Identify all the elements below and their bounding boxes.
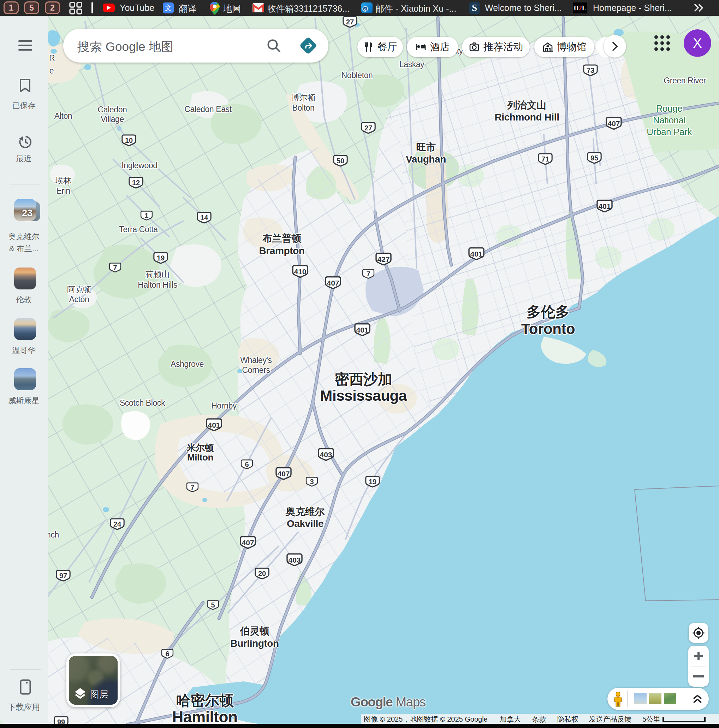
svg-text:Acton: Acton [69, 295, 89, 304]
svg-text:R: R [49, 54, 55, 63]
svg-text:19: 19 [369, 478, 377, 486]
svg-text:407: 407 [608, 119, 620, 128]
svg-text:6: 6 [165, 650, 169, 658]
svg-text:Terra Cotta: Terra Cotta [119, 225, 158, 234]
svg-text:Ashgrove: Ashgrove [171, 359, 204, 369]
svg-text:Halton Hills: Halton Hills [138, 280, 177, 289]
svg-text:密西沙加: 密西沙加 [335, 371, 392, 387]
svg-text:多伦多: 多伦多 [527, 304, 569, 320]
svg-text:407: 407 [277, 470, 290, 478]
svg-text:National: National [653, 115, 685, 125]
svg-text:24: 24 [113, 520, 122, 528]
svg-text:布兰普顿: 布兰普顿 [262, 233, 302, 244]
svg-text:50: 50 [337, 157, 344, 165]
svg-text:5: 5 [211, 601, 215, 609]
svg-text:97: 97 [60, 572, 67, 580]
svg-text:Laskay: Laskay [399, 60, 424, 69]
svg-text:401: 401 [470, 250, 482, 258]
svg-text:Hornby: Hornby [211, 401, 237, 410]
svg-text:阿克顿: 阿克顿 [67, 285, 91, 294]
svg-text:Green River: Green River [664, 76, 706, 85]
svg-text:10: 10 [125, 136, 133, 144]
svg-text:e: e [49, 66, 54, 75]
svg-text:Brampton: Brampton [259, 245, 304, 256]
svg-text:Inglewood: Inglewood [122, 161, 157, 170]
svg-text:7: 7 [190, 483, 194, 491]
svg-text:407: 407 [241, 538, 254, 547]
svg-text:Bolton: Bolton [292, 103, 314, 112]
svg-text:410: 410 [294, 268, 306, 276]
svg-text:427: 427 [377, 255, 389, 263]
svg-text:14: 14 [200, 214, 208, 222]
svg-text:列治文山: 列治文山 [507, 99, 547, 111]
svg-text:Alton: Alton [54, 111, 72, 121]
svg-text:7: 7 [366, 270, 370, 278]
svg-text:407: 407 [327, 279, 339, 287]
svg-text:哈密尔顿: 哈密尔顿 [176, 692, 234, 708]
svg-text:博尔顿: 博尔顿 [292, 93, 315, 102]
svg-text:20: 20 [258, 570, 266, 577]
svg-text:95: 95 [591, 154, 598, 162]
svg-text:Erin: Erin [56, 186, 70, 196]
svg-text:27: 27 [365, 124, 372, 132]
svg-text:401: 401 [208, 421, 220, 429]
svg-text:Hamilton: Hamilton [172, 708, 237, 725]
svg-text:Burlington: Burlington [230, 638, 279, 649]
svg-text:27: 27 [346, 18, 354, 26]
svg-text:Corners: Corners [242, 366, 270, 375]
svg-text:1: 1 [144, 212, 148, 219]
svg-text:Whaley's: Whaley's [240, 355, 272, 365]
svg-text:Mississauga: Mississauga [320, 387, 407, 404]
svg-text:Oakville: Oakville [287, 518, 324, 529]
svg-text:Toronto: Toronto [521, 321, 575, 337]
svg-text:荷顿山: 荷顿山 [145, 270, 169, 279]
svg-text:埃林: 埃林 [55, 176, 71, 185]
svg-text:401: 401 [598, 202, 611, 210]
svg-text:Richmond Hill: Richmond Hill [495, 112, 559, 122]
svg-text:6: 6 [245, 460, 249, 468]
svg-text:7: 7 [113, 264, 117, 271]
svg-text:19: 19 [157, 254, 165, 262]
svg-text:71: 71 [541, 155, 549, 163]
svg-text:Caledon: Caledon [98, 105, 127, 114]
svg-text:nch: nch [48, 530, 59, 539]
svg-text:Caledon East: Caledon East [184, 105, 232, 114]
svg-text:奥克维尔: 奥克维尔 [285, 506, 325, 517]
svg-text:Urban Park: Urban Park [647, 127, 692, 137]
svg-text:Milton: Milton [187, 452, 213, 463]
svg-text:Scotch Block: Scotch Block [120, 398, 165, 407]
svg-text:Rouge: Rouge [656, 103, 682, 114]
svg-text:Nobleton: Nobleton [342, 71, 373, 80]
svg-text:401: 401 [356, 326, 368, 334]
svg-text:3: 3 [310, 478, 314, 486]
svg-text:米尔顿: 米尔顿 [186, 442, 214, 453]
svg-text:Village: Village [101, 115, 124, 124]
svg-text:403: 403 [320, 451, 332, 459]
svg-text:403: 403 [288, 556, 301, 564]
svg-text:旺市: 旺市 [416, 142, 436, 153]
svg-text:12: 12 [132, 179, 140, 187]
svg-text:Vaughan: Vaughan [406, 154, 446, 165]
svg-text:伯灵顿: 伯灵顿 [240, 626, 269, 636]
svg-text:73: 73 [586, 66, 594, 74]
